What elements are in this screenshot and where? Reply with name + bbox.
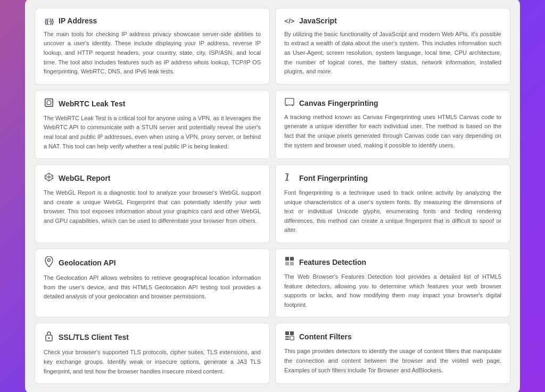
- canvas-title: Canvas Fingerprinting: [299, 99, 378, 107]
- tool-card-ip-address[interactable]: ((·))IP AddressThe main tools for checki…: [35, 8, 270, 85]
- webrtc-desc: The WebRTC Leak Test is a critical tool …: [44, 114, 261, 151]
- tool-header-content-filters: Content Filters: [284, 331, 501, 343]
- svg-rect-19: [290, 336, 294, 340]
- ip-address-title: IP Address: [59, 16, 97, 25]
- tool-header-font: IFont Fingerprinting: [284, 172, 501, 184]
- tool-header-ip-address: ((·))IP Address: [44, 16, 261, 26]
- font-icon: I: [284, 172, 295, 184]
- canvas-icon: [284, 98, 295, 109]
- javascript-desc: By utilizing the basic functionality of …: [284, 30, 501, 77]
- svg-rect-18: [285, 339, 289, 340]
- tool-header-ssl: SSL/TLS Client Test: [44, 331, 261, 344]
- ip-address-desc: The main tools for checking IP address p…: [44, 30, 261, 77]
- content-filters-icon: [284, 331, 295, 343]
- font-title: Font Fingerprinting: [299, 174, 368, 182]
- tool-card-canvas[interactable]: Canvas FingerprintingA tracking method k…: [275, 90, 510, 159]
- tool-header-canvas: Canvas Fingerprinting: [284, 98, 501, 109]
- webgl-desc: The WebGL Report is a diagnostic tool to…: [44, 188, 261, 226]
- ssl-icon: [44, 331, 54, 344]
- geolocation-desc: The Geolocation API allows websites to r…: [44, 273, 261, 302]
- tool-header-features: Features Detection: [284, 256, 501, 268]
- javascript-icon: </>: [284, 16, 295, 26]
- tool-header-webrtc: WebRTC Leak Test: [44, 98, 261, 110]
- svg-rect-16: [290, 331, 294, 335]
- tool-header-webgl: WebGL Report: [44, 172, 261, 184]
- svg-point-14: [48, 337, 50, 339]
- svg-rect-11: [285, 262, 289, 265]
- javascript-title: JavaScript: [299, 16, 337, 25]
- tool-card-geolocation[interactable]: Geolocation APIThe Geolocation API allow…: [35, 248, 270, 318]
- tool-header-geolocation: Geolocation API: [44, 256, 261, 269]
- main-card: ((·))IP AddressThe main tools for checki…: [25, 0, 520, 392]
- svg-rect-1: [47, 101, 51, 104]
- content-filters-desc: This page provides detectors to identify…: [284, 347, 501, 375]
- content-filters-title: Content Filters: [299, 332, 352, 341]
- tool-header-javascript: </>JavaScript: [284, 16, 501, 26]
- ssl-title: SSL/TLS Client Test: [59, 333, 129, 341]
- features-desc: The Web Browser's Features Detection too…: [284, 272, 501, 310]
- tool-card-ssl[interactable]: SSL/TLS Client TestCheck your browser's …: [35, 323, 270, 384]
- geolocation-title: Geolocation API: [59, 258, 116, 267]
- geolocation-icon: [44, 256, 54, 269]
- svg-point-8: [48, 259, 51, 262]
- features-icon: [284, 256, 295, 268]
- svg-rect-0: [45, 99, 53, 106]
- webgl-icon: [44, 172, 54, 184]
- svg-rect-9: [285, 257, 289, 261]
- font-desc: Font fingerprinting is a technique used …: [284, 188, 501, 235]
- tool-card-font[interactable]: IFont FingerprintingFont fingerprinting …: [275, 164, 510, 243]
- tool-card-features[interactable]: Features DetectionThe Web Browser's Feat…: [275, 248, 510, 318]
- webrtc-title: WebRTC Leak Test: [59, 99, 126, 108]
- tool-card-content-filters[interactable]: Content FiltersThis page provides detect…: [275, 323, 510, 384]
- tool-card-webrtc[interactable]: WebRTC Leak TestThe WebRTC Leak Test is …: [35, 90, 270, 159]
- tool-card-javascript[interactable]: </>JavaScriptBy utilizing the basic func…: [275, 8, 510, 85]
- svg-rect-10: [290, 257, 294, 261]
- ip-address-icon: ((·)): [44, 16, 54, 26]
- svg-rect-2: [285, 98, 294, 105]
- webrtc-icon: [44, 98, 54, 110]
- tool-card-webgl[interactable]: WebGL ReportThe WebGL Report is a diagno…: [35, 164, 270, 243]
- svg-rect-15: [285, 331, 289, 335]
- webgl-title: WebGL Report: [59, 174, 111, 182]
- canvas-desc: A tracking method known as Canvas Finger…: [284, 113, 501, 150]
- features-title: Features Detection: [299, 258, 366, 266]
- ssl-desc: Check your browser's supported TLS proto…: [44, 348, 261, 376]
- svg-rect-17: [285, 336, 289, 338]
- svg-rect-12: [290, 262, 294, 265]
